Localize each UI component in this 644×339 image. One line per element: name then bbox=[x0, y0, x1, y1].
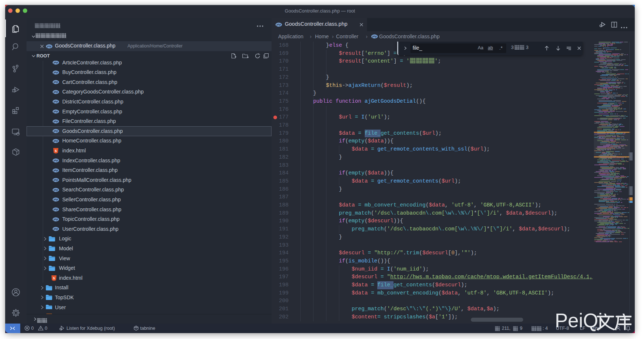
svg-text:php: php bbox=[53, 61, 58, 64]
svg-text:5: 5 bbox=[53, 276, 55, 280]
svg-text:php: php bbox=[53, 188, 58, 191]
svg-text:php: php bbox=[46, 45, 51, 48]
svg-text:php: php bbox=[53, 91, 58, 93]
svg-text:php: php bbox=[53, 198, 58, 201]
svg-text:php: php bbox=[276, 23, 281, 26]
svg-text:php: php bbox=[53, 159, 58, 162]
svg-text:php: php bbox=[53, 140, 58, 142]
svg-text:php: php bbox=[372, 35, 377, 38]
svg-text:php: php bbox=[53, 71, 58, 74]
svg-text:php: php bbox=[53, 208, 58, 211]
svg-text:php: php bbox=[53, 120, 58, 123]
svg-text:php: php bbox=[53, 169, 58, 172]
svg-text:php: php bbox=[53, 100, 58, 103]
svg-text:php: php bbox=[53, 218, 58, 221]
svg-text:php: php bbox=[53, 110, 58, 113]
svg-text:php: php bbox=[53, 130, 58, 133]
svg-text:php: php bbox=[53, 81, 58, 84]
svg-text:5: 5 bbox=[55, 149, 57, 153]
svg-text:php: php bbox=[53, 227, 58, 230]
svg-text:php: php bbox=[53, 179, 58, 181]
